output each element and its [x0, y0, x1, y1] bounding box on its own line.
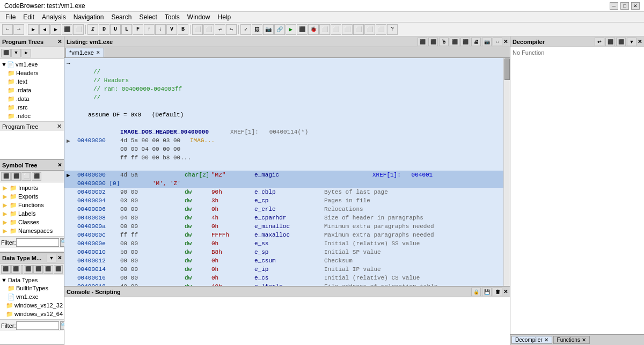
listing-btn-7[interactable]: ↔ — [493, 38, 502, 46]
listing-btn-2[interactable]: ⬛ — [428, 38, 438, 46]
dt-dropdown[interactable]: ▼ — [47, 254, 56, 262]
console-btn-save[interactable]: 💾 — [482, 288, 492, 296]
toolbar-dbg[interactable]: 🐞 — [308, 24, 319, 35]
decompiler-btn-2[interactable]: ⬛ — [605, 38, 615, 46]
decompiler-btn-3[interactable]: ⬛ — [616, 38, 626, 46]
toolbar-btn-r2[interactable]: ⬜ — [203, 24, 214, 35]
decompiler-dropdown[interactable]: ▼ — [627, 38, 636, 46]
listing-content[interactable]: → // // Headers // ra — [64, 58, 510, 286]
datatype-filter-input[interactable] — [16, 321, 59, 330]
toolbar-misc6[interactable]: ⬜ — [376, 24, 386, 35]
st-btn-3[interactable]: ⬜ — [21, 172, 31, 181]
listing-btn-6[interactable]: 📷 — [482, 38, 492, 46]
back-button[interactable]: ← — [2, 24, 13, 35]
menu-search[interactable]: Search — [108, 13, 135, 21]
console-close[interactable]: ✕ — [503, 289, 508, 295]
decompiler-btn-1[interactable]: ↩ — [595, 38, 604, 46]
toolbar-btn-l[interactable]: L — [121, 24, 132, 35]
dt-btn-5[interactable]: ⬛ — [43, 265, 53, 274]
symbol-item-classes[interactable]: ▶ 📁 Classes — [0, 218, 64, 226]
code-line-ecrlc[interactable]: 00400006 00 00 dw 0h e_crlc Relocations — [64, 205, 510, 214]
menu-file[interactable]: File — [2, 13, 19, 21]
st-btn-4[interactable]: ⬛ — [32, 172, 41, 181]
listing-cursor[interactable]: 🖱 — [439, 38, 449, 46]
toolbar-undo[interactable]: ↩ — [215, 24, 225, 35]
toolbar-img2[interactable]: 📷 — [263, 24, 274, 35]
toolbar-stop[interactable]: ⬛ — [297, 24, 308, 35]
toolbar-misc2[interactable]: ⬜ — [331, 24, 341, 35]
menu-window[interactable]: Window — [184, 13, 214, 21]
code-line-esp[interactable]: 00400010 b8 00 dw B8h e_sp Initial SP va… — [64, 248, 510, 256]
decompiler-tab-close[interactable]: ✕ — [544, 337, 548, 343]
toolbar-check[interactable]: ✓ — [240, 24, 251, 35]
dt-btn-4[interactable]: ⬛ — [33, 265, 43, 274]
tree-item-rdata[interactable]: 📁 .rdata — [0, 86, 64, 94]
maximize-button[interactable]: □ — [620, 2, 629, 10]
code-line-ess[interactable]: 0040000e 00 00 dw 0h e_ss Initial (relat… — [64, 239, 510, 248]
console-content[interactable] — [64, 297, 510, 345]
symbol-item-functions[interactable]: ▶ 📁 Functions — [0, 201, 64, 209]
toolbar-misc4[interactable]: ⬜ — [353, 24, 364, 35]
toolbar-btn-v[interactable]: V — [166, 24, 177, 35]
dt-item-datatypes[interactable]: ▼ Data Types — [0, 276, 64, 284]
tree-item-vm1exe[interactable]: ▼ 📄 vm1.exe — [0, 60, 64, 69]
datatype-close[interactable]: ✕ — [57, 255, 62, 261]
dt-item-vm1[interactable]: 📄 vm1.exe — [0, 292, 64, 301]
toolbar-misc5[interactable]: ⬜ — [364, 24, 375, 35]
tree-item-data[interactable]: 📁 .data — [0, 94, 64, 103]
dt-btn-1[interactable]: ⬛ — [1, 265, 11, 274]
code-line-ecparhdr[interactable]: 00400008 04 00 dw 4h e_cparhdr Size of h… — [64, 214, 510, 222]
tree-item-text[interactable]: 📁 .text — [0, 77, 64, 86]
toolbar-btn-up[interactable]: ↑ — [144, 24, 155, 35]
code-line-eminalloc[interactable]: 0040000a 00 00 dw 0h e_minalloc Minimum … — [64, 222, 510, 231]
symbol-item-labels[interactable]: ▶ 📁 Labels — [0, 209, 64, 218]
st-btn-1[interactable]: ⬛ — [1, 172, 11, 181]
pt-btn-1[interactable]: ⬛ — [1, 49, 11, 57]
toolbar-btn-4[interactable]: ⬛ — [62, 24, 72, 35]
toolbar-btn-b[interactable]: B — [178, 24, 188, 35]
dt-btn-2[interactable]: ⬛ — [11, 265, 21, 274]
code-line-elfarlc[interactable]: 00400018 40 00 dw 40h e_lfarlc File addr… — [64, 282, 510, 286]
symbol-item-namespaces[interactable]: ▶ 📁 Namespaces — [0, 226, 64, 235]
code-line-ecs[interactable]: 00400016 00 00 dw 0h e_cs Initial (relat… — [64, 274, 510, 282]
toolbar-btn-i[interactable]: I — [87, 24, 98, 35]
tree-item-headers[interactable]: 📁 Headers — [0, 69, 64, 77]
toolbar-btn-r1[interactable]: ⬜ — [192, 24, 203, 35]
dt-btn-6[interactable]: ⬛ — [54, 265, 63, 274]
dt-btn-3[interactable]: ⬛ — [24, 265, 33, 274]
toolbar-btn-2[interactable]: ◀ — [39, 24, 50, 35]
listing-btn-1[interactable]: ⬛ — [418, 38, 427, 46]
program-tree-footer-close[interactable]: ✕ — [57, 123, 62, 130]
toolbar-img1[interactable]: 🖼 — [252, 24, 262, 35]
minimize-button[interactable]: ─ — [610, 2, 618, 10]
tree-item-reloc[interactable]: 📁 .reloc — [0, 112, 64, 120]
listing-btn-4[interactable]: ⬛ — [460, 38, 470, 46]
symbol-item-imports[interactable]: ▶ 📁 Imports — [0, 183, 64, 192]
toolbar-btn-3[interactable]: ▶ — [50, 24, 61, 35]
decompiler-tab-decompiler[interactable]: Decompiler ✕ — [511, 336, 552, 344]
toolbar-btn-d[interactable]: D — [99, 24, 109, 35]
functions-tab-close[interactable]: ✕ — [582, 337, 586, 343]
code-line-emagic[interactable]: ▶ 00400000 4d 5a char[2] "MZ" e_magic XR… — [64, 171, 510, 179]
menu-help[interactable]: Help — [215, 13, 235, 21]
code-line-eip[interactable]: 00400014 00 00 dw 0h e_ip Initial IP val… — [64, 265, 510, 274]
code-line-ecsum[interactable]: 00400012 00 00 dw 0h e_csum Checksum — [64, 256, 510, 265]
menu-select[interactable]: Select — [136, 13, 160, 21]
menu-tools[interactable]: Tools — [162, 13, 183, 21]
toolbar-btn-u[interactable]: U — [110, 24, 121, 35]
toolbar-redo[interactable]: ↪ — [226, 24, 237, 35]
scrollbar-thumb[interactable] — [504, 58, 510, 80]
symbol-tree-close[interactable]: ✕ — [57, 162, 62, 168]
listing-btn-3[interactable]: ⬛ — [450, 38, 459, 46]
close-button[interactable]: ✕ — [631, 2, 640, 10]
tree-item-rsrc[interactable]: 📁 .rsrc — [0, 103, 64, 112]
toolbar-run[interactable]: ▶ — [286, 24, 296, 35]
code-line-ecp[interactable]: 00400004 03 00 dw 3h e_cp Pages in file — [64, 196, 510, 205]
listing-btn-5[interactable]: 🖨 — [471, 38, 481, 46]
menu-analysis[interactable]: Analysis — [39, 13, 69, 21]
decompiler-close[interactable]: ✕ — [638, 39, 642, 45]
pt-btn-3[interactable]: ▶ — [21, 49, 31, 57]
code-line-emaxalloc[interactable]: 0040000c ff ff dw FFFFh e_maxalloc Maxim… — [64, 231, 510, 239]
toolbar-btn-dn[interactable]: ↓ — [155, 24, 166, 35]
toolbar-btn-f[interactable]: F — [133, 24, 143, 35]
